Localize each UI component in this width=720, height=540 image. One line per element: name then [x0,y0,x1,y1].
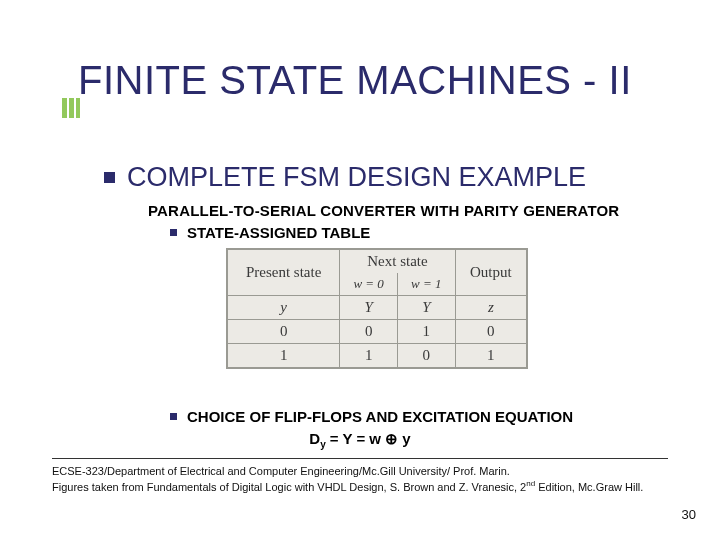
bullet-state-assigned-label: STATE-ASSIGNED TABLE [187,224,370,241]
bullet-choice-label: CHOICE OF FLIP-FLOPS AND EXCITATION EQUA… [187,408,573,425]
eq-mid: = Y = w [326,430,386,447]
footer-line-1: ECSE-323/Department of Electrical and Co… [52,464,668,479]
xor-icon: ⊕ [385,430,398,447]
table-cell: 1 [397,320,455,344]
bullet-choice-flipflops: CHOICE OF FLIP-FLOPS AND EXCITATION EQUA… [170,408,573,425]
hdr-output: Output [455,250,526,296]
converter-heading: PARALLEL-TO-SERIAL CONVERTER WITH PARITY… [148,202,619,219]
page-number: 30 [682,507,696,522]
table-cell: 1 [455,344,526,368]
square-bullet-icon [170,229,177,236]
footer-sup: nd [526,479,535,488]
table-cell: 0 [340,320,398,344]
sym-Y-w0: Y [340,296,398,320]
square-bullet-icon [104,172,115,183]
square-bullet-icon [170,413,177,420]
title-wrap: FINITE STATE MACHINES - II [78,58,632,103]
sym-z: z [455,296,526,320]
table-cell: 0 [228,320,340,344]
hdr-present-state: Present state [228,250,340,296]
footer-line-2a: Figures taken from Fundamentals of Digit… [52,481,526,493]
hdr-w1: w = 1 [397,273,455,296]
table-cell: 0 [397,344,455,368]
sym-y: y [228,296,340,320]
table-cell: 1 [340,344,398,368]
footer-line-2: Figures taken from Fundamentals of Digit… [52,479,668,495]
hdr-next-state: Next state [340,250,455,274]
slide-title: FINITE STATE MACHINES - II [78,58,632,103]
slide-subtitle: COMPLETE FSM DESIGN EXAMPLE [127,162,586,193]
footer: ECSE-323/Department of Electrical and Co… [52,464,668,494]
excitation-equation: Dy = Y = w ⊕ y [0,430,720,450]
state-assigned-table: Present state Next state Output w = 0 w … [226,248,528,369]
subtitle-row: COMPLETE FSM DESIGN EXAMPLE [104,162,586,193]
bullet-state-assigned: STATE-ASSIGNED TABLE [170,224,370,241]
sym-Y-w1: Y [397,296,455,320]
hdr-w0: w = 0 [340,273,398,296]
slide: FINITE STATE MACHINES - II COMPLETE FSM … [0,0,720,540]
footer-line-2b: Edition, Mc.Graw Hill. [535,481,643,493]
divider [52,458,668,459]
eq-rhs: y [398,430,411,447]
eq-lhs-base: D [309,430,320,447]
table-cell: 1 [228,344,340,368]
table-cell: 0 [455,320,526,344]
